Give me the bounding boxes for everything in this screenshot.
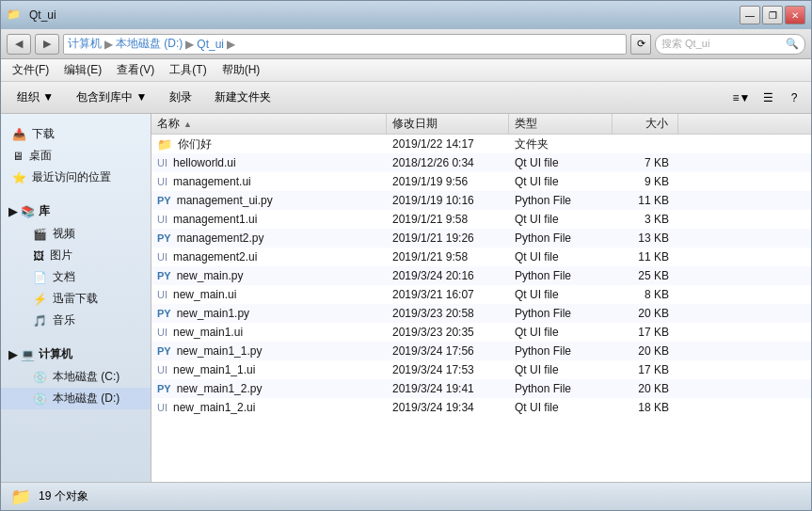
menu-view[interactable]: 查看(V) xyxy=(109,60,162,80)
table-row[interactable]: UI new_main1_2.ui 2019/3/24 19:34 Qt UI … xyxy=(151,398,811,417)
minimize-button[interactable]: — xyxy=(740,6,760,24)
menu-tools[interactable]: 工具(T) xyxy=(162,60,214,80)
sidebar-item-xunlei[interactable]: ⚡ 迅雷下载 xyxy=(1,288,151,310)
sidebar-item-image[interactable]: 🖼 图片 xyxy=(1,245,151,266)
file-date-cell: 2019/3/21 16:07 xyxy=(387,288,509,301)
table-row[interactable]: PY new_main1.py 2019/3/23 20:58 Python F… xyxy=(151,304,811,323)
table-row[interactable]: PY new_main.py 2019/3/24 20:16 Python Fi… xyxy=(151,266,811,285)
col-header-name[interactable]: 名称▲ xyxy=(151,114,387,134)
table-row[interactable]: UI helloworld.ui 2018/12/26 0:34 Qt UI f… xyxy=(151,153,811,172)
table-row[interactable]: UI new_main.ui 2019/3/21 16:07 Qt UI fil… xyxy=(151,285,811,304)
file-size-cell: 9 KB xyxy=(613,175,678,188)
folder-icon: 📁 xyxy=(157,137,172,152)
help-button[interactable]: ? xyxy=(783,87,805,109)
python-file-icon: PY xyxy=(157,270,171,281)
forward-button[interactable]: ▶ xyxy=(35,34,59,55)
file-type-cell: Python File xyxy=(509,307,613,320)
python-file-icon: PY xyxy=(157,232,171,244)
file-name: management2.py xyxy=(177,232,264,245)
sidebar-item-recent[interactable]: ⭐ 最近访问的位置 xyxy=(1,167,151,188)
table-row[interactable]: PY management2.py 2019/1/21 19:26 Python… xyxy=(151,229,811,248)
table-row[interactable]: 📁 你们好 2019/1/22 14:17 文件夹 xyxy=(151,135,811,153)
menu-file[interactable]: 文件(F) xyxy=(5,60,56,80)
file-name-cell: UI new_main1_1.ui xyxy=(151,363,387,376)
python-file-icon: PY xyxy=(157,195,171,206)
file-size-cell: 25 KB xyxy=(613,269,678,282)
file-name: management.ui xyxy=(173,175,251,188)
view-details-button[interactable]: ≡▼ xyxy=(730,87,753,109)
library-icon: 📚 xyxy=(21,205,35,218)
table-row[interactable]: UI management1.ui 2019/1/21 9:58 Qt UI f… xyxy=(151,210,811,229)
table-row[interactable]: UI new_main1_1.ui 2019/3/24 17:53 Qt UI … xyxy=(151,360,811,379)
file-type-cell: Qt UI file xyxy=(509,401,613,414)
table-row[interactable]: UI management2.ui 2019/1/21 9:58 Qt UI f… xyxy=(151,248,811,266)
file-name-cell: PY new_main1_1.py xyxy=(151,344,387,358)
sidebar-favorites: 📥 下载 🖥 桌面 ⭐ 最近访问的位置 xyxy=(1,121,151,190)
drive-d-icon: 💿 xyxy=(33,392,47,406)
status-folder-icon: 📁 xyxy=(10,487,31,507)
sidebar-item-docs[interactable]: 📄 文档 xyxy=(1,266,151,288)
table-row[interactable]: PY management_ui.py 2019/1/19 10:16 Pyth… xyxy=(151,191,811,210)
breadcrumb-item-computer[interactable]: 计算机 xyxy=(68,36,102,52)
file-size-cell: 3 KB xyxy=(613,213,678,226)
sidebar-library-header[interactable]: ▶ 📚 库 xyxy=(1,200,151,223)
sidebar-item-drive-d[interactable]: 💿 本地磁盘 (D:) xyxy=(1,388,151,409)
table-row[interactable]: PY new_main1_1.py 2019/3/24 17:56 Python… xyxy=(151,342,811,360)
file-name: management1.ui xyxy=(173,213,257,226)
new-folder-button[interactable]: 新建文件夹 xyxy=(204,86,281,109)
address-bar: ◀ ▶ 计算机 ▶ 本地磁盘 (D:) ▶ Qt_ui ▶ ⟳ 搜索 Qt_ui… xyxy=(1,29,811,59)
python-file-icon: PY xyxy=(157,383,171,394)
file-name-cell: PY management_ui.py xyxy=(151,194,387,207)
table-row[interactable]: UI new_main1.ui 2019/3/23 20:35 Qt UI fi… xyxy=(151,323,811,342)
file-name: new_main1_1.py xyxy=(177,344,263,358)
sidebar-item-video[interactable]: 🎬 视频 xyxy=(1,223,151,245)
file-size-cell: 20 KB xyxy=(613,344,678,358)
file-size-cell: 20 KB xyxy=(613,382,678,395)
breadcrumb-item-folder[interactable]: Qt_ui xyxy=(197,38,224,51)
preview-button[interactable]: ☰ xyxy=(756,87,779,109)
breadcrumb-bar[interactable]: 计算机 ▶ 本地磁盘 (D:) ▶ Qt_ui ▶ xyxy=(63,34,627,55)
menu-help[interactable]: 帮助(H) xyxy=(215,60,268,80)
restore-button[interactable]: ❐ xyxy=(762,6,783,24)
download-icon: 📥 xyxy=(12,128,26,141)
file-name: new_main1_1.ui xyxy=(173,363,255,376)
docs-icon: 📄 xyxy=(33,271,47,284)
breadcrumb-sep-3: ▶ xyxy=(227,38,235,51)
col-header-type[interactable]: 类型 xyxy=(509,114,613,134)
file-date-cell: 2019/1/21 9:58 xyxy=(387,250,509,263)
file-name: new_main1_2.ui xyxy=(173,401,255,414)
col-header-date[interactable]: 修改日期 xyxy=(387,114,509,134)
file-name-cell: UI new_main1.ui xyxy=(151,326,387,339)
library-button[interactable]: 包含到库中 ▼ xyxy=(66,86,157,109)
organize-button[interactable]: 组织 ▼ xyxy=(7,86,64,109)
desktop-icon: 🖥 xyxy=(12,150,24,163)
sidebar-computer-header[interactable]: ▶ 💻 计算机 xyxy=(1,343,151,366)
breadcrumb-item-drive[interactable]: 本地磁盘 (D:) xyxy=(116,36,183,52)
sidebar-item-drive-c[interactable]: 💿 本地磁盘 (C:) xyxy=(1,366,151,388)
breadcrumb-sep-2: ▶ xyxy=(185,38,194,51)
sidebar-item-music[interactable]: 🎵 音乐 xyxy=(1,310,151,331)
file-name-cell: PY management2.py xyxy=(151,232,387,245)
computer-expand-icon: ▶ xyxy=(8,348,17,361)
file-date-cell: 2019/3/24 19:34 xyxy=(387,401,509,414)
table-row[interactable]: UI management.ui 2019/1/19 9:56 Qt UI fi… xyxy=(151,172,811,191)
sidebar-item-download[interactable]: 📥 下载 xyxy=(1,123,151,145)
table-row[interactable]: PY new_main1_2.py 2019/3/24 19:41 Python… xyxy=(151,379,811,398)
sidebar-item-desktop[interactable]: 🖥 桌面 xyxy=(1,145,151,167)
file-size-cell: 11 KB xyxy=(613,250,678,263)
search-bar[interactable]: 搜索 Qt_ui 🔍 xyxy=(655,34,805,55)
back-button[interactable]: ◀ xyxy=(7,34,31,55)
refresh-button[interactable]: ⟳ xyxy=(630,34,651,55)
menu-edit[interactable]: 编辑(E) xyxy=(56,60,109,80)
file-size-cell: 13 KB xyxy=(613,232,678,245)
file-type-cell: 文件夹 xyxy=(509,136,613,152)
col-header-size[interactable]: 大小 xyxy=(613,114,678,134)
recent-icon: ⭐ xyxy=(12,171,26,184)
burn-button[interactable]: 刻录 xyxy=(159,86,202,109)
drive-c-icon: 💿 xyxy=(33,371,47,384)
file-name: new_main1.ui xyxy=(173,326,243,339)
file-name: management_ui.py xyxy=(177,194,273,207)
file-name-cell: UI new_main1_2.ui xyxy=(151,401,387,414)
close-button[interactable]: ✕ xyxy=(785,6,805,24)
window-title: Qt_ui xyxy=(25,8,736,22)
